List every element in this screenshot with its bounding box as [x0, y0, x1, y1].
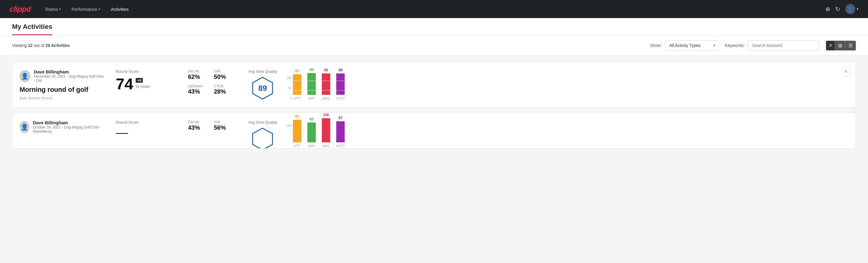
bar-app-rect	[307, 122, 316, 142]
bar-arg: 89 ARG	[322, 68, 330, 100]
activity-card: ✎ 👤 Dave Billingham December 05, 2021 - …	[12, 62, 856, 108]
quality-section: Avg Shot Quality 89	[248, 69, 277, 100]
updown-stat: Up/Down 43%	[188, 84, 210, 95]
avatar-chevron-icon: ▾	[857, 7, 858, 11]
user-date: December 05, 2021 - Gog Magog Golf Club …	[34, 74, 104, 83]
gridline-0	[293, 100, 345, 100]
bar-app-value: 90	[309, 68, 313, 72]
quality-title: Avg Shot Quality	[248, 69, 277, 74]
hexagon	[251, 127, 275, 149]
bar-arg-rect	[322, 74, 330, 95]
round-score-group: Round Score	[116, 120, 176, 134]
bar-chart: 100 50 0 85 OTT	[286, 76, 345, 100]
viewing-total: 29 Activities	[45, 43, 70, 48]
quality-group: Avg Shot Quality 89 100 50	[248, 69, 848, 100]
score-value: 74	[116, 76, 133, 92]
round-score-row: 74 +4 18 Holes	[116, 76, 176, 92]
activity-type-select[interactable]: All Activity Types	[665, 40, 719, 51]
list-view-button-3[interactable]: ☰	[845, 41, 856, 50]
nav-right: ⊕ ↻ 👤 ▾	[825, 4, 858, 14]
bar-putt-rect	[336, 74, 345, 95]
edit-button[interactable]: ✎	[841, 67, 851, 77]
avatar: 👤	[20, 70, 30, 82]
nav-teams[interactable]: Teams ▾	[40, 4, 65, 14]
page-header: My Activities	[0, 18, 868, 35]
bar-ott-value: 85	[295, 69, 299, 73]
round-score-label: Round Score	[116, 69, 176, 74]
bar-chart-wrapper: 100 50 0 85 OTT	[286, 69, 345, 100]
list-icon-1: ≡	[829, 43, 832, 48]
keyword-filter: Keywords:	[725, 40, 819, 51]
viewing-count: 12	[28, 43, 33, 48]
score-value	[116, 127, 128, 134]
gir-label: GIR	[214, 120, 236, 124]
bar-putt: 87 PUTT	[336, 116, 345, 148]
hexagon: 89	[251, 76, 275, 100]
keywords-label: Keywords:	[725, 43, 744, 48]
activity-title: Morning round of golf	[20, 86, 104, 94]
show-label: Show:	[650, 43, 662, 48]
list-view-button-1[interactable]: ≡	[826, 41, 835, 50]
hexagon-svg	[251, 127, 275, 149]
bar-arg: 106 ARG	[322, 113, 330, 148]
mini-stats: FW Hit 43% GIR 56%	[188, 120, 236, 131]
card-info: 👤 Dave Billingham October 16, 2021 - Gog…	[20, 120, 104, 137]
nav-activities[interactable]: Activities	[107, 4, 133, 14]
bar-putt-label: PUTT	[336, 144, 345, 148]
gir-label: GIR	[214, 69, 236, 74]
y-axis-100: 100	[286, 76, 292, 80]
search-input[interactable]	[748, 40, 820, 51]
grid-icon: ⊞	[838, 43, 842, 49]
performance-chevron-icon: ▾	[99, 7, 100, 11]
refresh-icon[interactable]: ↻	[835, 5, 840, 12]
avatar: 👤	[845, 4, 856, 14]
round-score-row	[116, 127, 176, 134]
activity-type-select-wrapper[interactable]: All Activity Types	[665, 40, 719, 51]
list-icon-2: ☰	[848, 43, 852, 49]
score-holes: 18 Holes	[136, 85, 150, 89]
user-row: 👤 Dave Billingham December 05, 2021 - Go…	[20, 69, 104, 83]
bar-putt-value: 87	[339, 116, 343, 120]
svg-marker-1	[253, 128, 273, 149]
bar-ott-value: 94	[295, 114, 299, 119]
user-avatar-button[interactable]: 👤 ▾	[845, 4, 858, 14]
gridline-50	[293, 90, 345, 91]
one-putt-stat: 1 Putt 28%	[214, 84, 236, 95]
bar-putt-rect	[336, 121, 345, 142]
bar-arg-value: 106	[323, 113, 329, 117]
add-icon[interactable]: ⊕	[825, 5, 830, 12]
bar-arg-label: ARG	[322, 144, 330, 148]
bar-ott-label: OTT	[294, 144, 301, 148]
gir-stat: GIR 50%	[214, 69, 236, 80]
y-axis-100: 100	[286, 124, 292, 127]
bar-app: 90 APP	[307, 68, 316, 100]
app-logo[interactable]: clippd	[10, 4, 31, 14]
bars-row: 94 OTT 82 APP 106	[293, 124, 345, 148]
bar-putt: 89 PUTT	[336, 68, 345, 100]
bar-arg-rect	[322, 118, 330, 142]
fw-hit-stat: FW Hit 62%	[188, 69, 210, 80]
fw-hit-label: FW Hit	[188, 120, 210, 124]
updown-value: 43%	[188, 88, 210, 95]
fw-hit-stat: FW Hit 43%	[188, 120, 210, 131]
user-date: October 16, 2021 - Gog Magog Golf Club -…	[33, 125, 104, 134]
bars-row: 85 OTT 90 APP	[293, 76, 345, 100]
bar-ott: 94 OTT	[293, 114, 301, 148]
bar-app-value: 82	[309, 117, 313, 121]
edit-icon: ✎	[844, 69, 848, 74]
hexagon-container: 89	[248, 76, 277, 100]
user-name: Dave Billingham	[33, 120, 104, 125]
data-source: Data Source: Arccos	[20, 96, 104, 100]
bar-chart-wrapper: 100 94 OTT 82	[286, 124, 345, 148]
quality-section: Avg Shot Quality	[248, 120, 277, 149]
list-view-button-2[interactable]: ⊞	[835, 41, 845, 50]
avatar: 👤	[20, 121, 29, 133]
card-info: 👤 Dave Billingham December 05, 2021 - Go…	[20, 69, 104, 100]
page-title: My Activities	[12, 23, 52, 35]
one-putt-label: 1 Putt	[214, 84, 236, 88]
nav-performance[interactable]: Performance ▾	[67, 4, 104, 14]
bar-chart: 100 94 OTT 82	[286, 124, 345, 148]
view-toggle: ≡ ⊞ ☰	[826, 40, 856, 51]
round-score-label: Round Score	[116, 120, 176, 124]
gir-value: 50%	[214, 74, 236, 80]
